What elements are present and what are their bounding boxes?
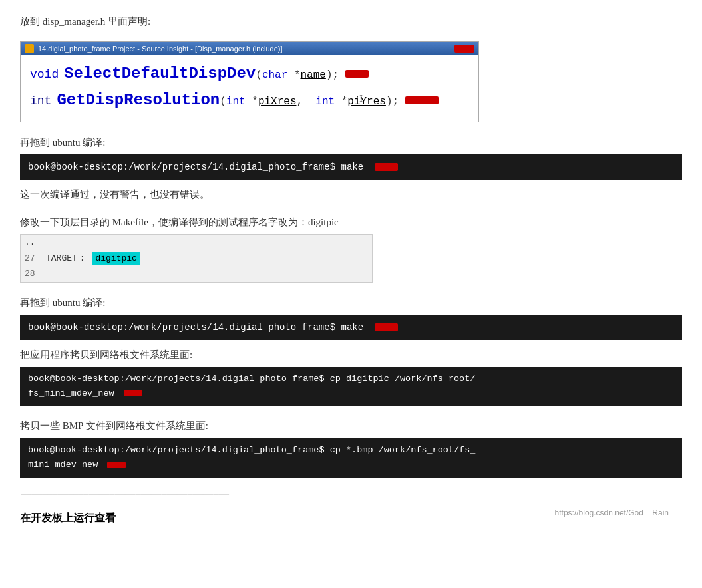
si-titlebar: 14.digial_photo_frame Project - Source I… bbox=[21, 42, 478, 55]
makefile-linenum-27: 27 bbox=[25, 252, 41, 265]
makefile-target-label: TARGET bbox=[46, 252, 77, 265]
si-params-2: (int *piXres, int *piYresI); bbox=[220, 94, 399, 110]
source-insight-window: 14.digial_photo_frame Project - Source I… bbox=[20, 41, 479, 122]
makefile-op: := bbox=[80, 252, 90, 265]
si-content: void SelectDefaultDispDev (char *name); … bbox=[21, 55, 478, 122]
truncated-line: ──────────────────────────────────────── bbox=[20, 490, 682, 500]
terminal-redbar-1 bbox=[375, 163, 398, 171]
makefile-linenum-28: 28 bbox=[25, 267, 41, 281]
section-3: 修改一下顶层目录的 Makefile，使编译得到的测试程序名字改为：digitp… bbox=[20, 214, 682, 283]
si-code-line-2: int GetDispResolution (int *piXres, int … bbox=[30, 88, 469, 112]
si-func-name-1: SelectDefaultDispDev bbox=[64, 62, 256, 86]
makefile-value: digitpic bbox=[92, 252, 139, 265]
section2-command: book@book-desktop:/work/projects/14.digi… bbox=[20, 154, 682, 180]
makefile-dots: .. bbox=[25, 236, 35, 249]
makefile-line-27: 27 TARGET := digitpic bbox=[21, 251, 372, 267]
si-code-line-1: void SelectDefaultDispDev (char *name); bbox=[30, 62, 469, 86]
section4-command: book@book-desktop:/work/projects/14.digi… bbox=[20, 315, 682, 340]
si-window-icon bbox=[25, 44, 34, 53]
section5-intro: 把应用程序拷贝到网络根文件系统里面: bbox=[20, 347, 682, 363]
terminal-redbar-3 bbox=[124, 390, 142, 396]
makefile-dots-line: .. bbox=[21, 235, 372, 251]
si-titlebar-redbar bbox=[454, 45, 474, 53]
section6-intro: 拷贝一些 BMP 文件到网络根文件系统里面: bbox=[20, 418, 682, 434]
section5-command: book@book-desktop:/work/projects/14.digi… bbox=[20, 367, 682, 406]
section4-intro: 再拖到 ubuntu 编译: bbox=[20, 295, 682, 311]
si-int-keyword: int bbox=[30, 92, 51, 110]
si-func-name-2: GetDispResolution bbox=[57, 88, 220, 112]
makefile-line-28: 28 bbox=[21, 266, 372, 282]
section3-intro: 修改一下顶层目录的 Makefile，使编译得到的测试程序名字改为：digitp… bbox=[20, 214, 682, 230]
si-titlebar-text: 14.digial_photo_frame Project - Source I… bbox=[38, 45, 450, 53]
section2-result: 这一次编译通过，没有警告，也没有错误。 bbox=[20, 186, 682, 202]
section-2: 再拖到 ubuntu 编译: book@book-desktop:/work/p… bbox=[20, 134, 682, 202]
terminal-redbar-2 bbox=[375, 323, 398, 331]
section-6: 拷贝一些 BMP 文件到网络根文件系统里面: book@book-desktop… bbox=[20, 418, 682, 499]
section6-command: book@book-desktop:/work/projects/14.digi… bbox=[20, 438, 682, 477]
section-4: 再拖到 ubuntu 编译: book@book-desktop:/work/p… bbox=[20, 295, 682, 406]
si-redbar-1 bbox=[345, 70, 369, 78]
si-void-keyword: void bbox=[30, 66, 59, 84]
si-params-1: (char *name); bbox=[256, 67, 339, 83]
si-redbar-2 bbox=[405, 96, 439, 104]
intro-text-1: 放到 disp_manager.h 里面声明: bbox=[20, 13, 682, 29]
terminal-redbar-4 bbox=[107, 462, 126, 468]
section2-intro: 再拖到 ubuntu 编译: bbox=[20, 134, 682, 150]
watermark: https://blog.csdn.net/God__Rain bbox=[555, 508, 669, 517]
makefile-block: .. 27 TARGET := digitpic 28 bbox=[20, 234, 373, 283]
